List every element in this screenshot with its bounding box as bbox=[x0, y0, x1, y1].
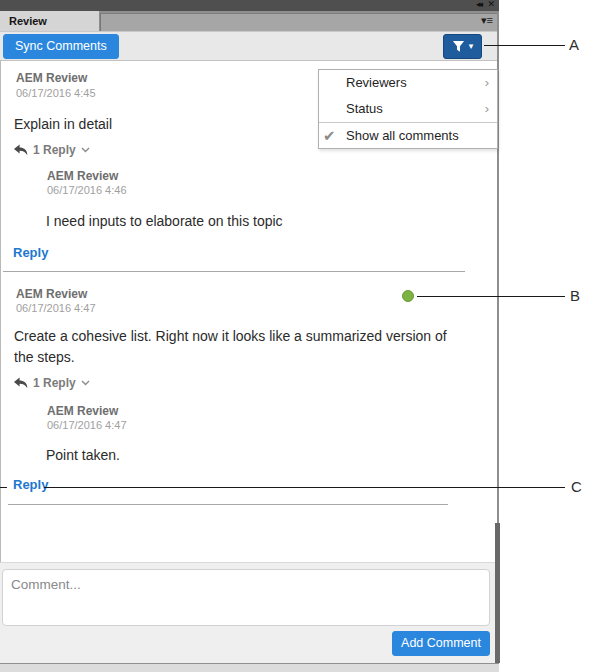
menu-item-label: Show all comments bbox=[346, 128, 459, 143]
filter-dropdown-menu: Reviewers › Status › ✔ Show all comments bbox=[318, 69, 498, 149]
chevron-down-icon bbox=[81, 380, 90, 386]
comment-status-dot bbox=[402, 290, 414, 302]
menu-item-show-all-comments[interactable]: ✔ Show all comments bbox=[319, 123, 497, 148]
panel-menu-icon[interactable]: ▾≡ bbox=[481, 14, 493, 27]
filter-caret-icon: ▾ bbox=[469, 42, 474, 51]
menu-item-label: Status bbox=[346, 101, 383, 116]
reply-author: AEM Review bbox=[47, 169, 118, 183]
callout-line-b bbox=[417, 296, 565, 297]
comment-date: 06/17/2016 4:47 bbox=[16, 302, 96, 314]
reply-link[interactable]: Reply bbox=[13, 477, 48, 492]
reply-date: 06/17/2016 4:47 bbox=[47, 419, 127, 431]
reply-body: Point taken. bbox=[46, 445, 120, 466]
comment-body: Explain in detail bbox=[14, 114, 112, 135]
comment-divider bbox=[3, 271, 465, 272]
panel-tab-bar: Review Comments ▾≡ bbox=[0, 11, 499, 31]
reply-date: 06/17/2016 4:46 bbox=[47, 184, 127, 196]
screenshot-stage: ◂◂ ✕ Review Comments ▾≡ Sync Comments ▾ … bbox=[0, 0, 611, 672]
callout-label-c: C bbox=[571, 478, 582, 495]
callout-label-b: B bbox=[570, 287, 580, 304]
submenu-arrow-icon: › bbox=[485, 70, 489, 96]
menu-item-status[interactable]: Status › bbox=[319, 96, 497, 122]
reply-body: I need inputs to elaborate on this topic bbox=[46, 211, 283, 232]
tab-review-comments[interactable]: Review Comments bbox=[0, 11, 99, 31]
reply-count-toggle[interactable]: 1 Reply bbox=[14, 376, 90, 390]
panel-title-strip: ◂◂ ✕ bbox=[0, 0, 499, 11]
callout-label-a: A bbox=[569, 36, 579, 53]
reply-author: AEM Review bbox=[47, 404, 118, 418]
comment-body: Create a cohesive list. Right now it loo… bbox=[14, 326, 459, 368]
close-panel-icon[interactable]: ✕ bbox=[487, 0, 495, 9]
comment-author: AEM Review bbox=[16, 71, 87, 85]
comment-divider bbox=[8, 504, 448, 505]
compose-area: Add Comment bbox=[0, 562, 497, 663]
collapse-panel-icon[interactable]: ◂◂ bbox=[476, 0, 481, 9]
filter-funnel-icon bbox=[452, 40, 465, 53]
reply-count-label: 1 Reply bbox=[33, 376, 76, 390]
reply-count-toggle[interactable]: 1 Reply bbox=[14, 143, 90, 157]
menu-item-label: Reviewers bbox=[346, 75, 407, 90]
reply-count-label: 1 Reply bbox=[33, 143, 76, 157]
comment-author: AEM Review bbox=[16, 287, 87, 301]
checkmark-icon: ✔ bbox=[323, 123, 336, 148]
scrollbar-thumb[interactable] bbox=[495, 523, 500, 663]
callout-line-c bbox=[44, 487, 565, 488]
menu-item-reviewers[interactable]: Reviewers › bbox=[319, 70, 497, 96]
reply-arrow-icon bbox=[14, 144, 28, 156]
filter-button[interactable]: ▾ bbox=[443, 34, 482, 59]
callout-line-c-stub bbox=[0, 487, 7, 488]
submenu-arrow-icon: › bbox=[485, 96, 489, 122]
reply-link[interactable]: Reply bbox=[13, 245, 48, 260]
tab-well bbox=[100, 13, 497, 31]
sync-comments-button[interactable]: Sync Comments bbox=[3, 34, 119, 59]
callout-line-a bbox=[484, 45, 565, 46]
chevron-down-icon bbox=[81, 147, 90, 153]
comments-toolbar: Sync Comments ▾ bbox=[0, 31, 499, 61]
comment-date: 06/17/2016 4:45 bbox=[16, 87, 96, 99]
reply-arrow-icon bbox=[14, 377, 28, 389]
panel-bottom-strip bbox=[0, 663, 499, 672]
comment-input[interactable] bbox=[2, 569, 490, 626]
add-comment-button[interactable]: Add Comment bbox=[392, 631, 490, 656]
